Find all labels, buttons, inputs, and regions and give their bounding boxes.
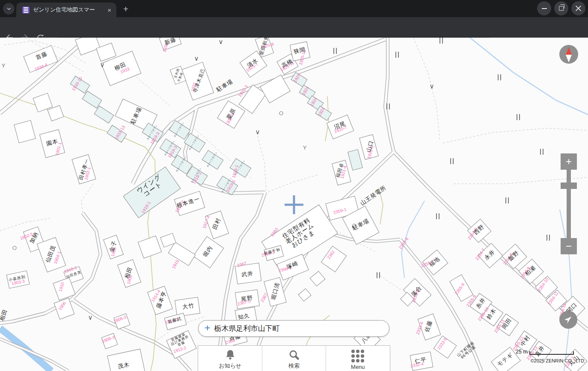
tree-symbol: Y — [303, 144, 307, 151]
minimize-icon — [542, 8, 547, 9]
tab-close-icon[interactable]: × — [106, 6, 113, 14]
chevron-down-icon — [6, 6, 12, 12]
search-icon — [288, 349, 300, 361]
zoom-out-button[interactable]: − — [561, 238, 577, 254]
scale-label: 25 m — [516, 349, 528, 355]
nav-item-label: お知らせ — [219, 362, 241, 370]
compass-needle-icon — [559, 45, 578, 64]
window-controls — [537, 1, 585, 15]
nav-item-label: 検索 — [288, 362, 300, 370]
road-check-mark: ∨ — [430, 82, 434, 90]
restore-button[interactable] — [554, 1, 568, 15]
nav-item-notifications[interactable]: お知らせ — [198, 346, 262, 371]
zoom-in-button[interactable]: + — [561, 153, 577, 170]
zoom-slider-track[interactable] — [567, 189, 571, 238]
locate-button[interactable] — [559, 311, 577, 329]
minimize-button[interactable] — [537, 1, 551, 15]
site-favicon-icon — [22, 6, 30, 14]
close-window-button[interactable] — [571, 1, 585, 15]
restore-icon — [559, 6, 564, 11]
tree-symbol: Y — [2, 62, 6, 69]
nav-item-menu[interactable]: Menu — [326, 346, 390, 371]
road-check-mark: ∨ — [88, 314, 93, 321]
bottom-nav: お知らせ 検索 Menu — [198, 345, 390, 371]
search-plus-icon: + — [205, 323, 210, 333]
close-icon — [576, 6, 581, 11]
zoom-slider-handle[interactable] — [561, 183, 577, 189]
search-bar[interactable]: + 栃木県足利市山下町 — [198, 320, 389, 337]
scale-line — [529, 351, 574, 355]
road-check-mark: ∨ — [219, 38, 223, 45]
nav-item-search[interactable]: 検索 — [262, 346, 326, 371]
road-check-mark: ∨ — [100, 61, 105, 68]
browser-toolbar: app.zip-site.com/smt/app/map.htm ★ ⋮ — [0, 17, 588, 38]
search-value: 栃木県足利市山下町 — [214, 324, 279, 333]
browser-window: ゼンリン住宅地図スマー × + — [0, 0, 588, 371]
scale-bar: 25 m — [516, 349, 574, 355]
compass-button[interactable] — [559, 45, 578, 64]
tab-search-button[interactable] — [3, 3, 15, 15]
tab-strip: ゼンリン住宅地図スマー × + — [0, 0, 588, 17]
tab-title: ゼンリン住宅地図スマー — [33, 6, 101, 14]
bell-icon — [224, 349, 236, 361]
browser-tab[interactable]: ゼンリン住宅地図スマー × — [16, 3, 116, 17]
navigation-arrow-icon — [564, 315, 573, 324]
road-check-mark: ∨ — [255, 128, 260, 135]
map-copyright: ©2025 ZENRIN CO., LTD. — [492, 358, 585, 363]
zoom-slider-track[interactable] — [567, 170, 571, 183]
road-check-mark: ∨ — [194, 55, 199, 62]
new-tab-button[interactable]: + — [120, 3, 131, 15]
menu-grid-icon — [351, 350, 364, 362]
nav-item-label: Menu — [351, 364, 365, 370]
